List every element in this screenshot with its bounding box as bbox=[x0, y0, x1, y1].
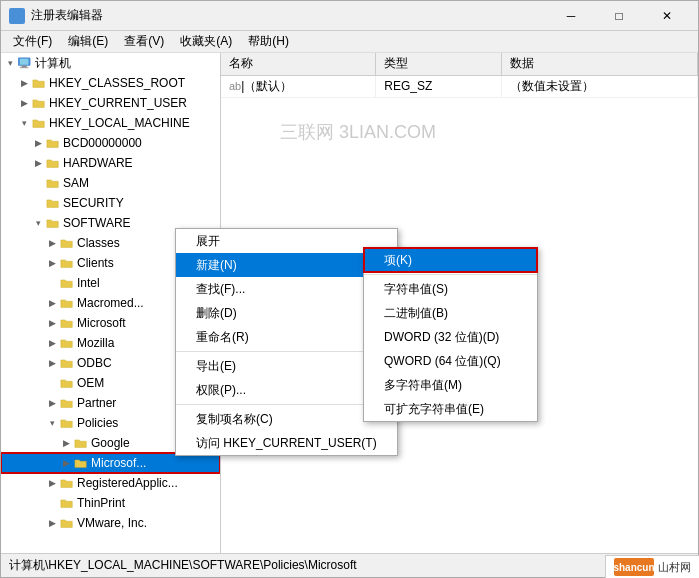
tree-item-thinprint[interactable]: ▶ ThinPrint bbox=[1, 493, 220, 513]
qword-label: QWORD (64 位值)(Q) bbox=[384, 353, 501, 370]
expand-arrow-classes: ▶ bbox=[45, 236, 59, 250]
menu-file[interactable]: 文件(F) bbox=[5, 31, 60, 52]
expand-arrow-software: ▾ bbox=[31, 216, 45, 230]
tree-label-policies: Policies bbox=[77, 416, 118, 430]
folder-icon-oem bbox=[59, 376, 75, 390]
minimize-button[interactable]: ─ bbox=[548, 1, 594, 31]
tree-label-macromedia: Macromed... bbox=[77, 296, 144, 310]
key-label: 项(K) bbox=[384, 252, 412, 269]
svg-rect-0 bbox=[10, 9, 15, 14]
string-label: 字符串值(S) bbox=[384, 281, 448, 298]
status-text: 计算机\HKEY_LOCAL_MACHINE\SOFTWARE\Policies… bbox=[9, 557, 357, 574]
folder-icon-classes bbox=[59, 236, 75, 250]
folder-icon-microsoft bbox=[59, 316, 75, 330]
expand-arrow-microsoft: ▶ bbox=[45, 316, 59, 330]
tree-item-hardware[interactable]: ▶ HARDWARE bbox=[1, 153, 220, 173]
dword-label: DWORD (32 位值)(D) bbox=[384, 329, 499, 346]
tree-label-classes: Classes bbox=[77, 236, 120, 250]
app-icon bbox=[9, 8, 25, 24]
tree-label-mozilla: Mozilla bbox=[77, 336, 114, 350]
tree-item-security[interactable]: ▶ SECURITY bbox=[1, 193, 220, 213]
sub-menu-qword[interactable]: QWORD (64 位值)(Q) bbox=[364, 349, 537, 373]
folder-icon-bcd bbox=[45, 136, 61, 150]
tree-item-hkcr[interactable]: ▶ HKEY_CLASSES_ROOT bbox=[1, 73, 220, 93]
folder-icon-hkcr bbox=[31, 76, 47, 90]
logo-text: shancun bbox=[613, 562, 654, 573]
tree-label-registeredapp: RegisteredApplic... bbox=[77, 476, 178, 490]
svg-rect-5 bbox=[20, 59, 29, 65]
expand-arrow-google: ▶ bbox=[59, 436, 73, 450]
tree-label-oem: OEM bbox=[77, 376, 104, 390]
menu-help[interactable]: 帮助(H) bbox=[240, 31, 297, 52]
tree-label-hkcr: HKEY_CLASSES_ROOT bbox=[49, 76, 185, 90]
expand-arrow-partner: ▶ bbox=[45, 396, 59, 410]
svg-rect-1 bbox=[17, 9, 22, 14]
tree-item-hkcu[interactable]: ▶ HKEY_CURRENT_USER bbox=[1, 93, 220, 113]
expand-arrow-vmware: ▶ bbox=[45, 516, 59, 530]
binary-label: 二进制值(B) bbox=[384, 305, 448, 322]
col-header-type: 类型 bbox=[376, 53, 502, 75]
tree-label-microsoft: Microsoft bbox=[77, 316, 126, 330]
folder-icon-odbc bbox=[59, 356, 75, 370]
expand-arrow-hardware: ▶ bbox=[31, 156, 45, 170]
sub-menu-multistring[interactable]: 多字符串值(M) bbox=[364, 373, 537, 397]
expand-arrow-registeredapp: ▶ bbox=[45, 476, 59, 490]
tree-item-registeredapp[interactable]: ▶ RegisteredApplic... bbox=[1, 473, 220, 493]
tree-item-microsoft2[interactable]: ▶ Microsof... bbox=[1, 453, 220, 473]
folder-icon-microsoft2 bbox=[73, 456, 89, 470]
table-row[interactable]: ab|（默认） REG_SZ （数值未设置） bbox=[221, 75, 698, 97]
sub-menu-string[interactable]: 字符串值(S) bbox=[364, 277, 537, 301]
sub-menu-dword[interactable]: DWORD (32 位值)(D) bbox=[364, 325, 537, 349]
computer-icon bbox=[17, 56, 33, 70]
expand-arrow-hkcr: ▶ bbox=[17, 76, 31, 90]
export-label: 导出(E) bbox=[196, 358, 236, 375]
tree-label-thinprint: ThinPrint bbox=[77, 496, 125, 510]
tree-label-intel: Intel bbox=[77, 276, 100, 290]
tree-item-computer[interactable]: ▾ 计算机 bbox=[1, 53, 220, 73]
sub-menu-binary[interactable]: 二进制值(B) bbox=[364, 301, 537, 325]
logo-box: shancun bbox=[614, 558, 654, 576]
new-label: 新建(N) bbox=[196, 257, 237, 274]
expand-arrow-odbc: ▶ bbox=[45, 356, 59, 370]
tree-label-computer: 计算机 bbox=[35, 55, 71, 72]
context-menu-visit[interactable]: 访问 HKEY_CURRENT_USER(T) bbox=[176, 431, 397, 455]
tree-item-sam[interactable]: ▶ SAM bbox=[1, 173, 220, 193]
folder-icon-policies bbox=[59, 416, 75, 430]
expand-arrow-clients: ▶ bbox=[45, 256, 59, 270]
cell-type: REG_SZ bbox=[376, 75, 502, 97]
expand-arrow-hkcu: ▶ bbox=[17, 96, 31, 110]
watermark: 三联网 3LIAN.COM bbox=[280, 120, 436, 144]
logo-subtext: 山村网 bbox=[658, 560, 691, 575]
folder-icon-hardware bbox=[45, 156, 61, 170]
cell-name: ab|（默认） bbox=[221, 75, 376, 97]
sub-menu-key[interactable]: 项(K) bbox=[364, 248, 537, 272]
tree-item-vmware[interactable]: ▶ VMware, Inc. bbox=[1, 513, 220, 533]
tree-item-bcd[interactable]: ▶ BCD00000000 bbox=[1, 133, 220, 153]
expandstring-label: 可扩充字符串值(E) bbox=[384, 401, 484, 418]
tree-item-hklm[interactable]: ▾ HKEY_LOCAL_MACHINE bbox=[1, 113, 220, 133]
menu-view[interactable]: 查看(V) bbox=[116, 31, 172, 52]
tree-label-hklm: HKEY_LOCAL_MACHINE bbox=[49, 116, 190, 130]
folder-icon-registeredapp bbox=[59, 476, 75, 490]
expand-arrow-microsoft2: ▶ bbox=[59, 456, 73, 470]
sub-menu-expandstring[interactable]: 可扩充字符串值(E) bbox=[364, 397, 537, 421]
menu-edit[interactable]: 编辑(E) bbox=[60, 31, 116, 52]
permissions-label: 权限(P)... bbox=[196, 382, 246, 399]
folder-icon-google bbox=[73, 436, 89, 450]
maximize-button[interactable]: □ bbox=[596, 1, 642, 31]
tree-label-hardware: HARDWARE bbox=[63, 156, 133, 170]
expand-arrow-computer: ▾ bbox=[3, 56, 17, 70]
col-header-name: 名称 bbox=[221, 53, 376, 75]
menu-bar: 文件(F) 编辑(E) 查看(V) 收藏夹(A) 帮助(H) bbox=[1, 31, 698, 53]
expand-arrow-policies: ▾ bbox=[45, 416, 59, 430]
folder-icon-software bbox=[45, 216, 61, 230]
cell-data: （数值未设置） bbox=[502, 75, 698, 97]
tree-label-bcd: BCD00000000 bbox=[63, 136, 142, 150]
close-button[interactable]: ✕ bbox=[644, 1, 690, 31]
tree-label-partner: Partner bbox=[77, 396, 116, 410]
rename-label: 重命名(R) bbox=[196, 329, 249, 346]
multistring-label: 多字符串值(M) bbox=[384, 377, 462, 394]
menu-favorites[interactable]: 收藏夹(A) bbox=[172, 31, 240, 52]
tree-label-sam: SAM bbox=[63, 176, 89, 190]
tree-label-security: SECURITY bbox=[63, 196, 124, 210]
